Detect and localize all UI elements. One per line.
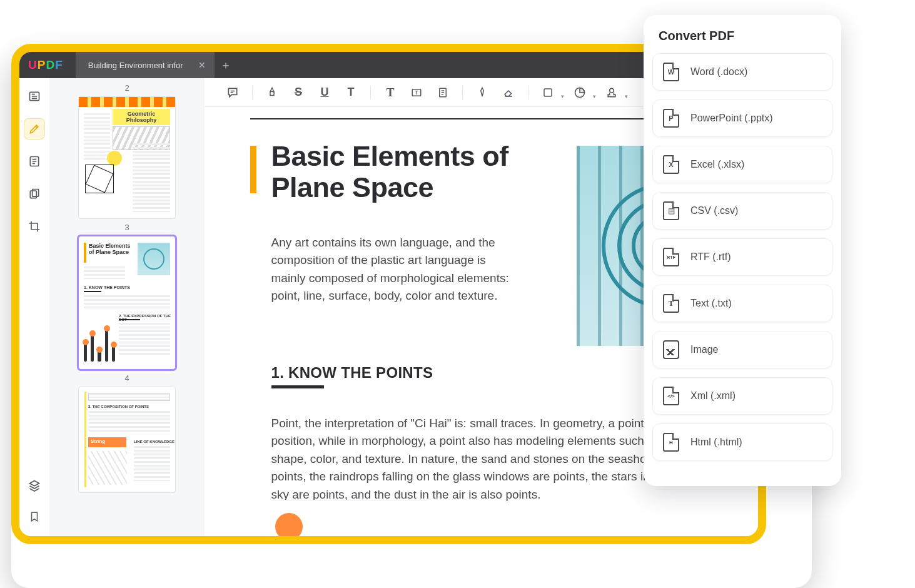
format-rtf[interactable]: RTF (.rtf) [652,238,832,276]
panel-title: Convert PDF [659,29,826,43]
textbox-icon[interactable]: T [406,82,427,103]
tab-title: Building Environment infor [88,61,183,70]
thumbnail-panel: 2 Geometric Philosophy 3 Basic Elements … [49,78,205,536]
image-icon [663,340,679,359]
excel-icon [663,155,679,174]
reader-mode-icon[interactable] [24,86,45,107]
csv-icon [663,201,679,220]
page-number-label: 4 [49,373,205,383]
organize-pages-icon[interactable] [24,183,45,205]
format-csv[interactable]: CSV (.csv) [652,192,832,230]
crop-icon[interactable] [24,216,45,237]
format-xml[interactable]: Xml (.xml) [652,377,832,415]
svg-text:T: T [415,90,418,96]
word-icon [663,63,679,81]
xml-icon [663,387,679,405]
stamp-icon[interactable] [601,82,622,103]
bookmark-icon[interactable] [24,506,45,527]
chevron-down-icon[interactable]: ▾ [593,86,596,99]
strikethrough-icon[interactable]: S [288,82,309,103]
format-excel[interactable]: Excel (.xlsx) [652,146,832,183]
close-icon[interactable]: ✕ [198,60,206,70]
powerpoint-icon [663,109,679,128]
html-icon [663,433,679,452]
eraser-icon[interactable] [498,82,519,103]
svg-rect-7 [544,89,552,96]
new-tab-button[interactable]: ＋ [215,58,236,73]
thumbnail-page-2[interactable]: Geometric Philosophy [78,96,176,219]
page-number-label: 2 [49,83,205,93]
text-icon[interactable]: T [380,82,401,103]
document-tab[interactable]: Building Environment infor ✕ [76,52,215,78]
format-image[interactable]: Image [652,331,832,368]
format-word[interactable]: Word (.docx) [652,53,832,91]
convert-pdf-panel: Convert PDF Word (.docx) PowerPoint (.pp… [644,15,841,486]
squiggly-icon[interactable]: T [340,82,361,103]
layers-icon[interactable] [24,475,45,496]
note-icon[interactable] [432,82,453,103]
thumbnail-page-3[interactable]: Basic Elements of Plane Space 1. KNOW TH… [78,236,176,370]
sticker-icon[interactable] [569,82,590,103]
chevron-down-icon[interactable]: ▾ [561,86,564,99]
edit-mode-icon[interactable] [24,151,45,172]
left-rail [19,78,49,536]
page-number-label: 3 [49,223,205,232]
comment-icon[interactable] [222,82,243,103]
underline-icon[interactable]: U [314,82,335,103]
text-icon [663,294,679,313]
format-text[interactable]: Text (.txt) [652,285,832,322]
app-logo: UPDF [28,58,63,72]
pencil-icon[interactable] [472,82,493,103]
format-html[interactable]: Html (.html) [652,423,832,461]
rtf-icon [663,248,679,266]
chevron-down-icon[interactable]: ▾ [625,86,628,99]
thumbnail-page-4[interactable]: 3. THE COMPOSITION OF POINTS String LINE… [78,387,176,493]
annotate-mode-icon[interactable] [24,118,45,139]
figure-image [271,500,428,536]
shape-icon[interactable] [537,82,559,103]
svg-point-9 [610,88,614,93]
intro-paragraph: Any art contains its own language, and t… [271,234,522,305]
format-powerpoint[interactable]: PowerPoint (.pptx) [652,99,832,137]
highlighter-icon[interactable] [261,82,283,103]
